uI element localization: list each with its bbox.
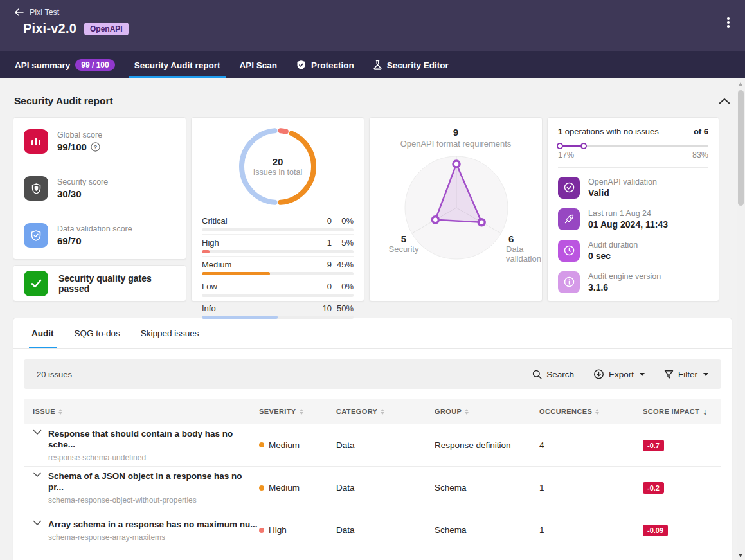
chevron-down-icon bbox=[640, 373, 645, 376]
issues-count: 20 issues bbox=[37, 370, 72, 379]
api-score-badge: 99 / 100 bbox=[75, 59, 114, 71]
issue-row[interactable]: Response that should contain a body has … bbox=[24, 424, 721, 466]
table-header: ISSUE SEVERITY CATEGORY GROUP OCCURENCES… bbox=[24, 399, 721, 424]
flask-icon bbox=[373, 60, 382, 70]
issues-total-label: Issues in total bbox=[253, 168, 302, 177]
operations-right-pct: 83% bbox=[692, 150, 708, 159]
search-button[interactable]: Search bbox=[532, 370, 574, 379]
expand-chevron-icon[interactable] bbox=[33, 520, 42, 526]
back-arrow-icon[interactable] bbox=[14, 8, 24, 16]
tab-api-summary[interactable]: API summary 99 / 100 bbox=[5, 51, 125, 78]
severity-count: 0 bbox=[316, 282, 332, 291]
kebab-menu-button[interactable] bbox=[722, 15, 735, 30]
tab-sqg-todos[interactable]: SQG to-dos bbox=[67, 318, 128, 348]
rocket-icon bbox=[558, 208, 580, 230]
scrollbar-thumb[interactable] bbox=[738, 90, 744, 206]
info-circle-icon bbox=[558, 271, 580, 293]
category-value: Data bbox=[336, 525, 435, 535]
run-item-label: Last run 1 Aug 24 bbox=[588, 209, 668, 218]
occurrences-value: 1 bbox=[539, 525, 643, 535]
shield-check-blue-icon bbox=[24, 223, 48, 248]
tab-api-scan-label: API Scan bbox=[239, 60, 277, 70]
security-score-item: Security score 30/30 bbox=[13, 165, 186, 212]
main-content: Security Audit report Global scor bbox=[0, 78, 745, 560]
expand-chevron-icon[interactable] bbox=[33, 429, 42, 435]
quality-gates-card: Security quality gates passed bbox=[13, 265, 186, 302]
issue-rule-id: schema-response-object-without-propertie… bbox=[48, 496, 259, 505]
severity-pct: 45% bbox=[332, 260, 354, 269]
filter-funnel-icon bbox=[664, 370, 674, 379]
search-icon bbox=[532, 370, 542, 379]
issues-donut-card: 20 Issues in total Critical 0 0% High 1 … bbox=[191, 117, 364, 302]
column-severity[interactable]: SEVERITY bbox=[259, 408, 336, 415]
section-title: Security Audit report bbox=[14, 95, 113, 107]
score-impact-badge: -0.7 bbox=[643, 440, 664, 451]
breadcrumb-label[interactable]: Pixi Test bbox=[30, 8, 59, 17]
chevron-down-icon bbox=[703, 373, 708, 376]
severity-bar bbox=[202, 316, 354, 319]
column-occurrences[interactable]: OCCURENCES bbox=[539, 408, 643, 415]
filter-button[interactable]: Filter bbox=[664, 370, 708, 379]
severity-count: 10 bbox=[316, 303, 332, 313]
help-icon[interactable]: ? bbox=[91, 142, 100, 152]
issue-row[interactable]: Schema of a JSON object in a response ha… bbox=[24, 466, 721, 509]
tab-skipped-issues[interactable]: Skipped issues bbox=[133, 318, 207, 348]
security-score-label: Security score bbox=[57, 177, 108, 186]
scroll-up-arrow-icon[interactable] bbox=[739, 82, 742, 86]
severity-bar bbox=[202, 250, 354, 253]
severity-label: High bbox=[202, 238, 316, 248]
issue-title: Array schema in a response has no maximu… bbox=[48, 519, 258, 530]
issue-title: Schema of a JSON object in a response ha… bbox=[48, 471, 259, 492]
api-type-badge: OpenAPI bbox=[84, 23, 129, 35]
tab-protection-label: Protection bbox=[311, 60, 354, 70]
issue-rule-id: schema-response-array-maxitems bbox=[48, 533, 258, 542]
group-value: Schema bbox=[435, 525, 539, 535]
export-button[interactable]: Export bbox=[593, 369, 645, 379]
column-score-impact[interactable]: SCORE IMPACT↓ bbox=[643, 406, 721, 417]
severity-row-critical: Critical 0 0% bbox=[202, 213, 354, 234]
back-breadcrumb[interactable]: Pixi Test bbox=[14, 8, 732, 17]
audit-duration-item: Audit duration 0 sec bbox=[558, 235, 708, 266]
tab-protection[interactable]: Protection bbox=[287, 51, 364, 78]
severity-pct: 5% bbox=[332, 238, 354, 248]
group-value: Response definition bbox=[435, 440, 539, 450]
severity-bar bbox=[202, 228, 354, 231]
run-item-value: 0 sec bbox=[588, 251, 638, 261]
sort-desc-arrow-icon: ↓ bbox=[703, 406, 707, 417]
bar-chart-icon bbox=[24, 129, 48, 154]
score-impact-badge: -0.2 bbox=[643, 482, 664, 494]
severity-pct: 50% bbox=[332, 303, 354, 313]
category-value: Data bbox=[336, 440, 435, 450]
radar-data-validation-label: 6 Data validation bbox=[506, 233, 546, 264]
column-group[interactable]: GROUP bbox=[435, 408, 539, 415]
column-issue[interactable]: ISSUE bbox=[33, 408, 259, 415]
data-validation-score-item: Data validation score 69/70 bbox=[13, 212, 186, 258]
tab-security-audit-report[interactable]: Security Audit report bbox=[125, 51, 230, 78]
issue-row[interactable]: Array schema in a response has no maximu… bbox=[24, 509, 721, 551]
shield-icon bbox=[24, 176, 48, 201]
app-header: Pixi Test Pixi-v2.0 OpenAPI bbox=[0, 0, 745, 51]
tab-security-editor[interactable]: Security Editor bbox=[364, 51, 458, 78]
score-impact-badge: -0.09 bbox=[643, 525, 668, 536]
last-run-item: Last run 1 Aug 24 01 Aug 2024, 11:43 bbox=[558, 203, 708, 235]
vertical-scrollbar[interactable] bbox=[737, 78, 745, 560]
collapse-chevron-up-icon[interactable] bbox=[718, 97, 731, 105]
slider-handle-left bbox=[557, 143, 563, 149]
export-download-icon bbox=[593, 369, 604, 379]
expand-chevron-icon[interactable] bbox=[33, 472, 42, 478]
svg-text:?: ? bbox=[94, 143, 98, 150]
global-score-label: Global score bbox=[57, 131, 102, 140]
run-item-label: Audit engine version bbox=[588, 272, 661, 281]
tab-audit[interactable]: Audit bbox=[24, 318, 62, 348]
issue-title: Response that should contain a body has … bbox=[48, 428, 259, 450]
scroll-down-arrow-icon[interactable] bbox=[739, 554, 742, 557]
tab-api-scan[interactable]: API Scan bbox=[229, 51, 287, 78]
severity-pct: 0% bbox=[332, 282, 354, 291]
occurrences-value: 4 bbox=[539, 440, 643, 450]
run-item-label: Audit duration bbox=[588, 240, 638, 249]
audit-engine-version-item: Audit engine version 3.1.6 bbox=[558, 266, 708, 298]
severity-row-medium: Medium 9 45% bbox=[202, 256, 354, 278]
issue-rule-id: response-schema-undefined bbox=[48, 453, 259, 462]
column-category[interactable]: CATEGORY bbox=[336, 408, 435, 415]
shield-check-icon bbox=[296, 60, 306, 70]
